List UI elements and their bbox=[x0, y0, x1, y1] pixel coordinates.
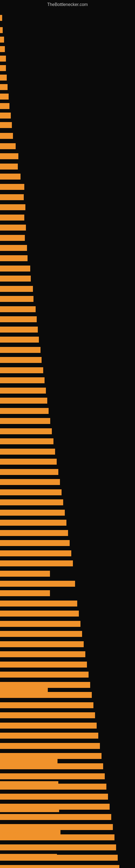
bar-label: Bottleneck result bbox=[1, 632, 25, 636]
bar-rect: Bottleneck result bbox=[0, 306, 36, 312]
bar-item: Bottleneck result bbox=[0, 806, 59, 812]
bar-label: Bottleneck result bbox=[1, 734, 25, 738]
bar-item: Bottlenec bbox=[0, 143, 16, 149]
bar-label: Bottleneck result bbox=[1, 541, 25, 545]
bar-rect: Bottlenec bbox=[0, 143, 16, 149]
bar-label: Bottleneck re bbox=[1, 154, 18, 158]
bar-label: Bottleneck result bbox=[1, 277, 25, 280]
bar-label: Bottleneck result bbox=[1, 754, 25, 758]
bar-label: m bbox=[1, 47, 4, 51]
bar-rect: Bottleneck result bbox=[0, 702, 93, 708]
bar-rect: Bottleneck result bbox=[0, 337, 39, 343]
bar-rect: Bottleneck result bbox=[0, 255, 28, 261]
bar-rect: Bottleneck result bbox=[0, 571, 50, 577]
bar-item: Bottleneck result bbox=[0, 499, 63, 505]
bar-rect: Bo bbox=[0, 103, 9, 109]
bar-rect: Bottleneck result bbox=[0, 806, 59, 812]
bar-item: Bottleneck result bbox=[0, 672, 89, 678]
bar-item: Bottleneck result bbox=[0, 184, 24, 190]
bar-rect: Bottleneck bbox=[0, 163, 18, 169]
site-title: TheBottlenecker.com bbox=[0, 0, 135, 10]
bar-label: Bottleneck result bbox=[1, 663, 25, 666]
bar-label: Bottleneck re bbox=[1, 216, 20, 219]
bar-label: Bottleneck result bbox=[1, 439, 25, 443]
bar-label: Bottleneck result bbox=[1, 552, 25, 555]
bar-label: E bbox=[1, 76, 3, 80]
bar-rect: Bottleneck result bbox=[0, 814, 111, 820]
bar-item: Bottleneck result bbox=[0, 276, 31, 282]
bar-label: B bbox=[1, 85, 3, 89]
bar-item: Bottleneck result bbox=[0, 794, 108, 800]
bar-label: Bottleneck result bbox=[1, 307, 25, 311]
bar-rect: Bottleneck result bbox=[0, 316, 37, 322]
bar-label: Bottleneck result bbox=[1, 744, 25, 748]
bar-rect: Bottleneck result bbox=[0, 590, 50, 596]
bar-item: Bottleneck result bbox=[0, 560, 73, 566]
bar-rect: Bottleneck result bbox=[0, 855, 118, 861]
bar-item: Bottleneck result bbox=[0, 692, 92, 698]
bar-rect: Bottleneck result bbox=[0, 530, 68, 536]
bar-label: Bottleneck result bbox=[1, 480, 25, 484]
bar-item: Bottleneck result bbox=[0, 204, 26, 210]
bar-label: Bottleneck result bbox=[1, 866, 25, 868]
bar-rect: Bottleneck result bbox=[0, 276, 31, 282]
bar-item: Bottleneck re bbox=[0, 215, 24, 220]
bar-item: E bbox=[0, 37, 4, 42]
bar-rect: Bot bbox=[0, 122, 12, 128]
bar-item: Bottleneck result bbox=[0, 337, 39, 343]
bar-item: Bottleneck result bbox=[0, 824, 113, 830]
bar-item: Bottleneck result bbox=[0, 834, 115, 840]
bar-item: Bottleneck result bbox=[0, 581, 75, 587]
bar-item: Bottleneck result bbox=[0, 459, 57, 465]
bar-label: Bottleneck result bbox=[1, 368, 25, 372]
bar-item: Bottleneck resu bbox=[0, 194, 24, 200]
bar-rect: Bott bbox=[0, 133, 13, 139]
bar-rect: Bott bbox=[0, 113, 11, 119]
bar-item: Bottleneck result bbox=[0, 479, 60, 485]
bar-rect: Bottleneck result bbox=[0, 560, 73, 566]
bar-item: Bottleneck result bbox=[0, 763, 103, 769]
bar-item: Bottleneck result bbox=[0, 469, 58, 475]
bar-rect: Bottleneck result bbox=[0, 600, 77, 607]
bar-rect: Bottleneck result bbox=[0, 499, 63, 505]
bar-item: Bo bbox=[0, 103, 9, 109]
bar-rect: Bottleneck result bbox=[0, 773, 105, 779]
bar-label: Bottleneck result bbox=[1, 582, 25, 586]
bar-item: Bottleneck result bbox=[0, 651, 85, 657]
bar-label: Bottleneck result bbox=[1, 389, 25, 393]
bar-rect: Bottleneck result bbox=[0, 479, 60, 485]
bar-item: Bottleneck result bbox=[0, 686, 48, 692]
bar-label: Bottleneck result bbox=[1, 348, 25, 352]
bar-rect: Bottleneck result bbox=[0, 520, 66, 526]
bar-item: Bottleneck result bbox=[0, 855, 118, 861]
bar-item: Bottleneck result bbox=[0, 388, 46, 394]
bar-label: Bottleneck result bbox=[1, 470, 25, 474]
bar-label: Bottleneck result bbox=[1, 267, 25, 271]
bar-rect: Bottleneck result bbox=[0, 641, 84, 647]
bar-label: Bottleneck result bbox=[1, 358, 25, 362]
bar-label: Bott bbox=[1, 134, 7, 138]
bar-label: Bottleneck result bbox=[1, 774, 25, 778]
bar-label: Bottleneck result bbox=[1, 683, 25, 687]
bar-item: Bottleneck result bbox=[0, 296, 34, 302]
bar-item: Bott bbox=[0, 113, 11, 119]
bar-item: Bo bbox=[0, 94, 9, 99]
bar-label: Bottleneck result bbox=[1, 764, 25, 768]
bar-label: Bottleneck result bbox=[1, 652, 25, 656]
bar-label: Bottleneck result bbox=[1, 807, 25, 811]
bar-label: Bottleneck result bbox=[1, 831, 25, 835]
bar-label: Bottleneck result bbox=[1, 246, 25, 250]
bar-item: Bottleneck result bbox=[0, 571, 50, 577]
bar-item: Bottleneck result bbox=[0, 408, 49, 414]
bar-rect: E bbox=[0, 74, 7, 81]
bar-item: Bottleneck result bbox=[0, 723, 97, 728]
bar-item: Bottleneck result bbox=[0, 743, 100, 749]
bar-item: Bottleneck resu bbox=[0, 174, 20, 180]
bar-item: Bottleneck result bbox=[0, 844, 116, 850]
bar-label: Bottleneck result bbox=[1, 724, 25, 727]
bar-label: Bottleneck result bbox=[1, 500, 25, 504]
bar-label: Bottleneck result bbox=[1, 601, 25, 606]
bar-rect: Bottleneck result bbox=[0, 763, 103, 769]
bar-label: Bottleneck result bbox=[1, 328, 25, 332]
bar-item: Bottleneck result bbox=[0, 590, 50, 596]
